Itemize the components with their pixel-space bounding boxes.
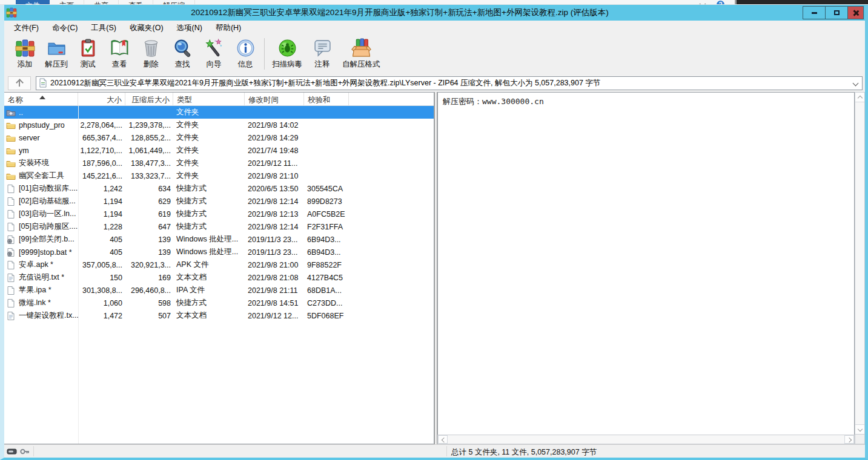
scroll-up-button[interactable] xyxy=(855,93,864,102)
table-row[interactable]: [03]启动一区.ln...1,194619快捷方式2021/9/8 12:13… xyxy=(4,208,434,220)
table-row[interactable]: ym1,122,710,...1,061,449,...文件夹2021/7/4 … xyxy=(4,144,434,157)
table-row[interactable]: [9999]stop.bat *405139Windows 批处理...2019… xyxy=(4,246,434,258)
comment-bubble-button[interactable]: 注释 xyxy=(306,36,338,70)
test-clipboard-button[interactable]: 测试 xyxy=(72,36,104,70)
cell-packed: 507 xyxy=(125,312,173,320)
menu-item-2[interactable]: 命令(C) xyxy=(47,21,82,35)
find-magnifier-button[interactable]: 查找 xyxy=(167,36,198,70)
sfx-box-button[interactable]: 自解压格式 xyxy=(338,36,385,70)
explorer-tab-4[interactable]: 查看 xyxy=(119,0,153,5)
column-header-label: 修改时间 xyxy=(248,96,279,104)
table-row[interactable]: 一键架设教程.tx...1,472507文本文档2021/9/12 12...5… xyxy=(4,309,434,322)
scroll-left-button[interactable] xyxy=(438,435,448,444)
table-row[interactable]: [01]启动数据库....1,242634快捷方式2020/6/5 13:503… xyxy=(4,182,434,195)
column-header-4[interactable]: 类型 xyxy=(173,93,245,105)
column-header-label: 大小 xyxy=(107,96,122,104)
table-row[interactable]: ..文件夹 xyxy=(4,106,434,119)
menu-item-1[interactable]: 文件(F) xyxy=(9,21,44,35)
vscroll-track[interactable] xyxy=(855,102,864,424)
explorer-tab-3[interactable]: 共享 xyxy=(84,0,119,5)
cell-size: 1,242 xyxy=(78,185,125,193)
chevron-down-icon xyxy=(858,427,862,432)
scan-virus-button[interactable]: 扫描病毒 xyxy=(268,36,306,70)
address-combobox[interactable]: 20210912新幽冥三职业安卓苹果双端2021年9月开服商业版+独家订制+新玩… xyxy=(36,76,863,90)
cell-size: 1,228 xyxy=(78,223,125,231)
table-row[interactable]: 充值说明.txt *150169文本文档2021/9/8 21:084127B4… xyxy=(4,271,434,284)
add-books-button[interactable]: 添加 xyxy=(9,36,41,70)
comment-vscrollbar[interactable] xyxy=(855,92,865,444)
close-button[interactable] xyxy=(847,6,864,19)
drive-icon[interactable] xyxy=(7,447,18,456)
file-icon xyxy=(6,298,16,308)
info-button[interactable]: 信息 xyxy=(230,36,261,70)
table-row[interactable]: [05]启动跨服区....1,228647快捷方式2021/9/8 12:14F… xyxy=(4,220,434,233)
hscroll-track[interactable] xyxy=(448,435,844,444)
table-row[interactable]: server665,367,4...128,855,2...文件夹2021/9/… xyxy=(4,131,434,144)
file-name: 幽冥全套工具 xyxy=(19,171,64,181)
scroll-right-button[interactable] xyxy=(844,435,854,444)
toolbar-button-label: 解压到 xyxy=(45,59,68,70)
table-row[interactable]: 微端.lnk *1,060598快捷方式2021/9/8 14:51C273DD… xyxy=(4,297,434,309)
cell-crc: 6B94D3... xyxy=(304,235,349,244)
delete-trash-button[interactable]: 删除 xyxy=(135,36,167,70)
explorer-help-icon[interactable]: ? xyxy=(717,1,724,5)
menu-item-5[interactable]: 选项(N) xyxy=(172,21,207,35)
key-icon[interactable] xyxy=(19,447,30,456)
table-row[interactable]: 幽冥全套工具145,221,6...133,323,7...文件夹2021/9/… xyxy=(4,169,434,182)
table-row[interactable]: [99]全部关闭.b...405139Windows 批处理...2019/11… xyxy=(4,233,434,246)
cell-modified: 2021/9/8 12:14 xyxy=(245,197,304,206)
maximize-button[interactable] xyxy=(825,6,847,19)
cell-type: Windows 批处理... xyxy=(173,247,245,257)
comment-pane: 解压密码：www.300000.cn xyxy=(437,92,855,444)
toolbar-button-label: 向导 xyxy=(207,59,222,70)
file-rows: ..文件夹phpstudy_pro2,278,064,...1,239,378,… xyxy=(4,106,434,322)
cell-modified: 2021/7/4 19:48 xyxy=(245,146,304,155)
cell-crc: 68DB1A... xyxy=(304,286,349,295)
table-row[interactable]: 安装环境187,596,0...138,477,3...文件夹2021/9/12… xyxy=(4,157,434,169)
up-directory-button[interactable] xyxy=(8,76,31,90)
toolbar-button-label: 查找 xyxy=(175,59,190,70)
main-area: 名称大小压缩后大小类型修改时间校验和 ..文件夹phpstudy_pro2,27… xyxy=(4,92,865,444)
archive-comment-area[interactable]: 解压密码：www.300000.cn xyxy=(437,92,855,435)
cell-type: 文件夹 xyxy=(173,145,245,156)
menu-item-3[interactable]: 工具(S) xyxy=(86,21,121,35)
view-book-button[interactable]: 查看 xyxy=(104,36,135,70)
cell-name: 充值说明.txt * xyxy=(4,272,78,283)
file-name: 一键架设教程.tx... xyxy=(19,310,78,321)
cell-name: 幽冥全套工具 xyxy=(4,171,78,181)
cell-modified: 2021/9/8 12:13 xyxy=(245,210,304,218)
explorer-tab-1[interactable]: 文件 xyxy=(16,0,50,5)
status-divider xyxy=(33,446,34,456)
table-row[interactable]: phpstudy_pro2,278,064,...1,239,378,...文件… xyxy=(4,119,434,131)
table-row[interactable]: 安卓.apk *357,005,8...320,921,3...APK 文件20… xyxy=(4,258,434,271)
explorer-tab-2[interactable]: 主页 xyxy=(50,0,84,5)
table-row[interactable]: [02]启动基础服...1,194629快捷方式2021/9/8 12:1489… xyxy=(4,195,434,208)
cell-name: 安卓.apk * xyxy=(4,260,78,270)
column-header-5[interactable]: 修改时间 xyxy=(245,93,304,105)
wizard-wand-button[interactable]: 向导 xyxy=(198,36,230,70)
column-header-6[interactable]: 校验和 xyxy=(304,93,349,105)
toolbar-button-label: 信息 xyxy=(238,59,253,70)
archive-path-text: 20210912新幽冥三职业安卓苹果双端2021年9月开服商业版+独家订制+新玩… xyxy=(50,78,600,88)
menu-item-4[interactable]: 收藏夹(O) xyxy=(125,21,168,35)
cell-type: 文本文档 xyxy=(173,272,245,283)
column-header-3[interactable]: 压缩后大小 xyxy=(125,93,173,105)
column-header-2[interactable]: 大小 xyxy=(78,93,125,105)
cell-modified: 2021/9/8 12:14 xyxy=(245,223,304,231)
toolbar-button-label: 自解压格式 xyxy=(342,59,380,70)
menu-item-6[interactable]: 帮助(H) xyxy=(211,21,246,35)
extract-folder-button[interactable]: 解压到 xyxy=(41,36,72,70)
scroll-down-button[interactable] xyxy=(855,424,864,434)
comment-hscrollbar[interactable] xyxy=(437,435,855,444)
minimize-button[interactable] xyxy=(803,6,825,19)
cell-packed: 634 xyxy=(125,185,173,193)
column-header-1[interactable]: 名称 xyxy=(4,93,78,105)
cell-modified: 2019/11/3 23... xyxy=(245,248,304,257)
combobox-dropdown-icon[interactable] xyxy=(853,81,858,87)
cell-packed: 619 xyxy=(125,210,173,218)
cell-type: 文本文档 xyxy=(173,310,245,321)
explorer-tab-5[interactable]: 解压缩 xyxy=(153,0,195,5)
table-row[interactable]: 苹果.ipa *301,308,8...296,460,8...IPA 文件20… xyxy=(4,284,434,297)
column-header-row: 名称大小压缩后大小类型修改时间校验和 xyxy=(4,93,434,106)
batch-file-icon xyxy=(6,235,16,245)
